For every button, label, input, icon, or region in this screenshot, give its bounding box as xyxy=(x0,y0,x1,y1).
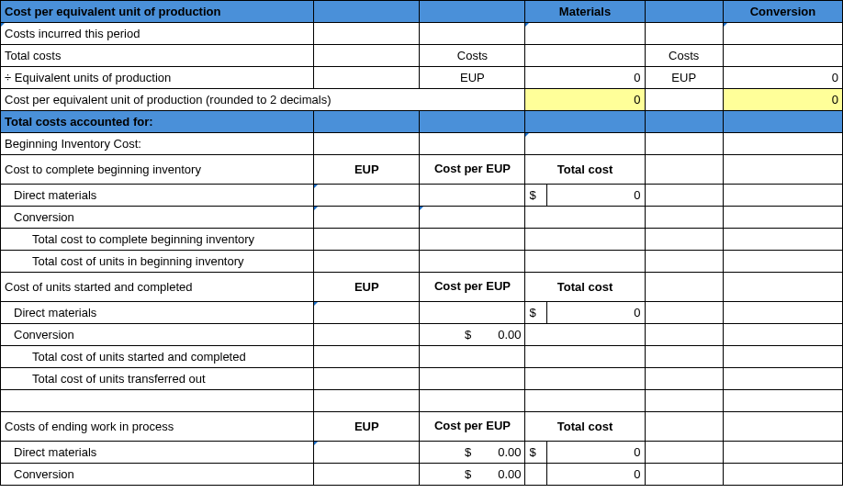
cell[interactable] xyxy=(525,368,645,390)
blank xyxy=(420,111,525,133)
row-costs-incurred: Costs incurred this period xyxy=(1,23,314,45)
value-dm-total[interactable]: 0 xyxy=(546,302,645,324)
cell[interactable] xyxy=(420,390,525,412)
header-cost-per-eup: Cost per equivalent unit of production xyxy=(1,1,314,23)
cell[interactable] xyxy=(723,368,842,390)
cell[interactable] xyxy=(314,442,420,464)
cell[interactable] xyxy=(723,324,842,346)
cell[interactable] xyxy=(420,23,525,45)
value-conv-cpe[interactable]: $ 0.00 xyxy=(420,464,525,486)
cell[interactable] xyxy=(420,302,525,324)
blank xyxy=(420,1,525,23)
cell[interactable] xyxy=(525,133,645,155)
header-materials: Materials xyxy=(525,1,645,23)
cell[interactable] xyxy=(420,185,525,207)
row-dm: Direct materials xyxy=(1,442,314,464)
cell[interactable] xyxy=(314,67,420,89)
value-materials-eup[interactable]: 0 xyxy=(525,67,645,89)
cell[interactable] xyxy=(723,302,842,324)
cell[interactable] xyxy=(723,390,842,412)
cell[interactable] xyxy=(314,302,420,324)
value-conv-total[interactable]: 0 xyxy=(546,464,645,486)
cell[interactable] xyxy=(645,155,723,185)
cell[interactable] xyxy=(645,273,723,302)
cell[interactable] xyxy=(645,23,723,45)
cell[interactable] xyxy=(314,229,420,251)
cell[interactable] xyxy=(645,390,723,412)
cell[interactable] xyxy=(525,324,645,346)
cell[interactable] xyxy=(645,346,723,368)
cell[interactable] xyxy=(645,185,723,207)
value-conv-cpe[interactable]: $ 0.00 xyxy=(420,324,525,346)
cell[interactable] xyxy=(723,346,842,368)
cell[interactable] xyxy=(645,464,723,486)
cell[interactable] xyxy=(314,346,420,368)
row-cost-per-eup-rounded: Cost per equivalent unit of production (… xyxy=(1,89,525,111)
value-dm-cpe[interactable]: $ 0.00 xyxy=(420,442,525,464)
cell[interactable] xyxy=(314,23,420,45)
cell[interactable] xyxy=(723,133,842,155)
cell[interactable] xyxy=(723,185,842,207)
cell[interactable] xyxy=(723,412,842,442)
cell[interactable] xyxy=(723,155,842,185)
cell[interactable] xyxy=(645,368,723,390)
cell[interactable] xyxy=(645,229,723,251)
cell[interactable] xyxy=(645,302,723,324)
row-total-cost-units-trans: Total cost of units transferred out xyxy=(1,368,314,390)
label-eup: EUP xyxy=(420,67,525,89)
cell[interactable] xyxy=(314,185,420,207)
cell[interactable] xyxy=(645,89,723,111)
cell[interactable] xyxy=(420,133,525,155)
value-conversion-cpe[interactable]: 0 xyxy=(723,89,842,111)
cell[interactable] xyxy=(525,464,546,486)
value-materials-cpe[interactable]: 0 xyxy=(525,89,645,111)
cell[interactable] xyxy=(723,229,842,251)
value-dm-total[interactable]: 0 xyxy=(546,442,645,464)
cell[interactable] xyxy=(420,207,525,229)
currency-symbol: $ xyxy=(525,302,546,324)
header-conversion: Conversion xyxy=(723,1,842,23)
cell[interactable] xyxy=(645,442,723,464)
cell[interactable] xyxy=(723,442,842,464)
cell[interactable] xyxy=(314,45,420,67)
cell[interactable] xyxy=(525,390,645,412)
cell[interactable] xyxy=(525,207,645,229)
cell[interactable] xyxy=(723,251,842,273)
cell[interactable] xyxy=(525,229,645,251)
cell[interactable] xyxy=(645,207,723,229)
cell[interactable] xyxy=(723,45,842,67)
cell[interactable] xyxy=(420,229,525,251)
cell[interactable] xyxy=(420,346,525,368)
cost-accounting-table: Cost per equivalent unit of production M… xyxy=(0,0,843,486)
cell[interactable] xyxy=(645,324,723,346)
cell[interactable] xyxy=(314,464,420,486)
cell[interactable] xyxy=(525,251,645,273)
col-total-cost: Total cost xyxy=(525,412,645,442)
cell[interactable] xyxy=(723,273,842,302)
cell[interactable] xyxy=(723,207,842,229)
cell[interactable] xyxy=(723,464,842,486)
col-total-cost: Total cost xyxy=(525,155,645,185)
cell[interactable] xyxy=(723,23,842,45)
cell[interactable] xyxy=(645,133,723,155)
cell[interactable] xyxy=(420,251,525,273)
cell[interactable] xyxy=(525,23,645,45)
cell[interactable] xyxy=(525,346,645,368)
row-dm: Direct materials xyxy=(1,185,314,207)
cell[interactable] xyxy=(314,251,420,273)
cell[interactable] xyxy=(314,207,420,229)
cell[interactable] xyxy=(314,133,420,155)
blank xyxy=(645,111,723,133)
value-dm-total[interactable]: 0 xyxy=(546,185,645,207)
row-total-cost-units-started: Total cost of units started and complete… xyxy=(1,346,314,368)
cell[interactable] xyxy=(420,368,525,390)
cell[interactable] xyxy=(314,390,420,412)
cell[interactable] xyxy=(314,324,420,346)
cell[interactable] xyxy=(314,368,420,390)
col-eup: EUP xyxy=(314,273,420,302)
value-conversion-eup[interactable]: 0 xyxy=(723,67,842,89)
col-cost-per-eup: Cost per EUP xyxy=(420,412,525,442)
cell[interactable] xyxy=(645,412,723,442)
cell[interactable] xyxy=(525,45,645,67)
cell[interactable] xyxy=(645,251,723,273)
